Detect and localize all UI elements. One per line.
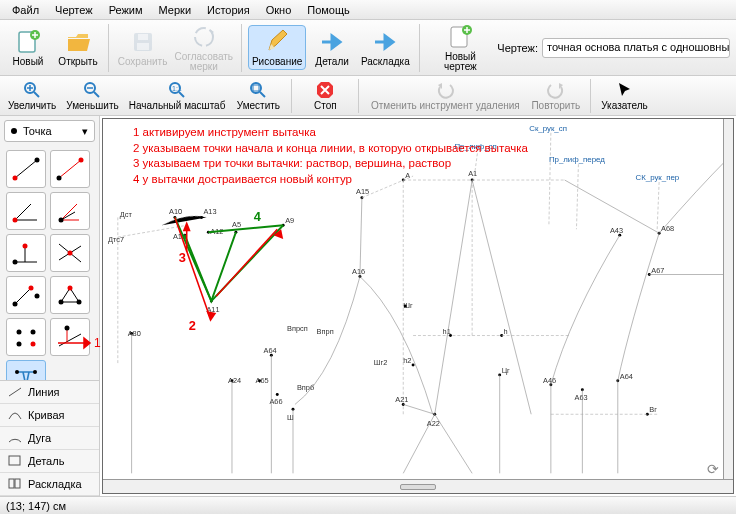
- tool-angle[interactable]: [6, 192, 46, 230]
- new-button[interactable]: Новый: [4, 26, 52, 69]
- svg-text:А63: А63: [574, 393, 587, 402]
- zoom-in-button[interactable]: Увеличить: [4, 79, 60, 113]
- tools-sidebar: Точка ▾ 1 Линия Кривая Дуга Деталь Раскл…: [0, 116, 100, 496]
- zoom-out-icon: [83, 81, 101, 99]
- svg-text:2: 2: [189, 318, 196, 333]
- svg-text:h2: h2: [403, 356, 411, 365]
- menu-file[interactable]: Файл: [6, 2, 45, 18]
- svg-text:А13: А13: [203, 207, 216, 216]
- svg-line-40: [9, 388, 21, 396]
- svg-text:А80: А80: [128, 329, 141, 338]
- undo-icon: [436, 81, 454, 99]
- zoom-reset-icon: 1:1: [168, 81, 186, 99]
- reconcile-measures-button[interactable]: Согласовать мерки: [172, 21, 235, 74]
- new-draft-button[interactable]: Новый чертеж: [426, 21, 496, 74]
- svg-point-21: [13, 218, 18, 223]
- svg-text:Вг: Вг: [649, 405, 657, 414]
- svg-text:А5: А5: [232, 220, 241, 229]
- zoom-fit-icon: [249, 81, 267, 99]
- menu-draft[interactable]: Чертеж: [49, 2, 99, 18]
- drawing-canvas[interactable]: 1 активируем инструмент вытачка 2 указыв…: [102, 118, 734, 494]
- svg-text:Пр_лиф_перед: Пр_лиф_перед: [549, 155, 605, 164]
- menu-window[interactable]: Окно: [260, 2, 298, 18]
- svg-point-55: [258, 379, 261, 382]
- svg-point-29: [35, 294, 40, 299]
- stop-icon: [316, 81, 334, 99]
- tool-perpendicular[interactable]: [6, 234, 46, 272]
- tool-point-distance[interactable]: [50, 150, 90, 188]
- menu-help[interactable]: Помощь: [301, 2, 356, 18]
- svg-text:А64: А64: [263, 346, 276, 355]
- svg-point-23: [23, 244, 28, 249]
- svg-text:А64: А64: [620, 372, 633, 381]
- details-mode-button[interactable]: Детали: [308, 26, 356, 69]
- tool-pointxy[interactable]: [6, 318, 46, 356]
- svg-rect-13: [253, 85, 259, 91]
- svg-line-121: [435, 180, 472, 414]
- instruction-overlay: 1 активируем инструмент вытачка 2 указыв…: [133, 125, 528, 187]
- svg-point-25: [68, 251, 73, 256]
- tool-bisector[interactable]: [50, 192, 90, 230]
- svg-line-26: [15, 288, 31, 304]
- svg-point-33: [17, 330, 22, 335]
- vertical-scrollbar[interactable]: [723, 119, 733, 479]
- svg-point-94: [276, 393, 279, 396]
- svg-point-16: [13, 176, 18, 181]
- tool-point-on-line[interactable]: [6, 150, 46, 188]
- cat-arc[interactable]: Дуга: [0, 427, 99, 450]
- svg-line-88: [360, 198, 362, 277]
- svg-point-28: [29, 286, 34, 291]
- folder-open-icon: [64, 28, 92, 56]
- svg-text:Впрп: Впрп: [317, 327, 334, 336]
- svg-text:А46: А46: [543, 376, 556, 385]
- pointer-button[interactable]: Указатель: [597, 79, 652, 113]
- cat-detail[interactable]: Деталь: [0, 450, 99, 473]
- svg-point-39: [33, 370, 37, 374]
- menu-mode[interactable]: Режим: [103, 2, 149, 18]
- open-button[interactable]: Открыть: [54, 26, 102, 69]
- zoom-out-button[interactable]: Уменьшить: [62, 79, 122, 113]
- tool-category-combo[interactable]: Точка ▾: [4, 120, 95, 142]
- svg-line-109: [435, 414, 472, 473]
- svg-text:Цг: Цг: [502, 366, 510, 375]
- zoom-reset-button[interactable]: 1:1 Начальный масштаб: [125, 79, 230, 113]
- svg-text:h: h: [504, 327, 508, 336]
- menu-measures[interactable]: Мерки: [153, 2, 197, 18]
- svg-line-129: [549, 133, 551, 226]
- svg-point-101: [404, 305, 407, 308]
- file-new-icon: [446, 23, 474, 51]
- svg-point-36: [31, 342, 36, 347]
- stop-button[interactable]: Стоп: [298, 79, 352, 113]
- refresh-icon[interactable]: ⟳: [707, 461, 719, 477]
- svg-text:А24: А24: [228, 376, 241, 385]
- svg-point-19: [57, 176, 62, 181]
- svg-point-34: [31, 330, 36, 335]
- svg-point-31: [77, 300, 82, 305]
- status-bar: (13; 147) см: [0, 496, 736, 514]
- draft-name-field[interactable]: точная основа платья с одношовным рука: [542, 38, 730, 58]
- svg-text:А65: А65: [256, 376, 269, 385]
- tool-triangle[interactable]: [50, 276, 90, 314]
- cat-curve[interactable]: Кривая: [0, 404, 99, 427]
- tool-intersect[interactable]: [50, 234, 90, 272]
- svg-line-122: [472, 180, 531, 414]
- drawing-mode-button[interactable]: Рисование: [248, 25, 306, 70]
- svg-line-71: [175, 217, 209, 315]
- undo-button[interactable]: Отменить инструмент удаления: [365, 79, 525, 113]
- zoom-fit-button[interactable]: Уместить: [231, 79, 285, 113]
- save-button[interactable]: Сохранить: [115, 26, 170, 69]
- cat-layout[interactable]: Раскладка: [0, 473, 99, 496]
- redo-button[interactable]: Повторить: [527, 79, 584, 113]
- menu-history[interactable]: История: [201, 2, 256, 18]
- svg-text:h1: h1: [443, 327, 451, 336]
- horizontal-scrollbar[interactable]: [103, 479, 733, 493]
- svg-text:А16: А16: [352, 268, 365, 277]
- svg-text:А43: А43: [610, 226, 623, 235]
- svg-point-5: [195, 28, 213, 46]
- svg-text:Впрсп: Впрсп: [287, 324, 308, 333]
- cat-line[interactable]: Линия: [0, 381, 99, 404]
- tool-shoulder[interactable]: [6, 276, 46, 314]
- svg-text:Ск_рук_сп: Ск_рук_сп: [529, 124, 567, 133]
- layout-mode-button[interactable]: Раскладка: [358, 26, 413, 69]
- svg-line-133: [657, 182, 659, 229]
